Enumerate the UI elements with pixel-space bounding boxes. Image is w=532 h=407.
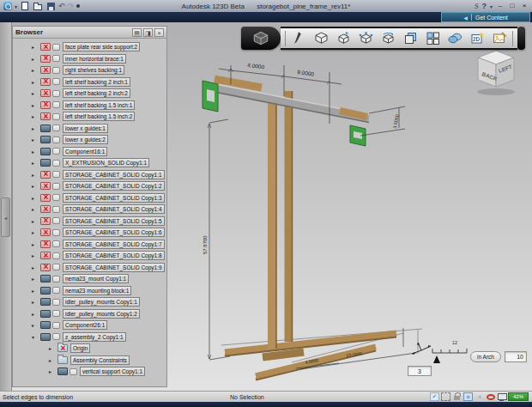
expand-arrow-icon[interactable] <box>32 79 40 85</box>
tree-item-label[interactable]: idler_pulley_mounts Copy1:1 <box>63 297 140 307</box>
tree-item[interactable]: idler_pulley_mounts Copy1:2 <box>13 308 166 320</box>
get-content-button[interactable]: ◀ Get Content <box>441 12 530 22</box>
tree-item-label[interactable]: left shelf backing 1.5 inch:2 <box>63 112 135 121</box>
tree-item-label[interactable]: Origin <box>70 343 90 353</box>
tree-item[interactable]: lower x guides:1 <box>13 123 166 135</box>
open-button[interactable] <box>33 2 43 11</box>
revolve-button[interactable] <box>378 29 397 47</box>
tree-item[interactable]: Assembly Constraints <box>13 355 166 367</box>
expand-arrow-icon[interactable] <box>32 322 40 328</box>
expand-arrow-icon[interactable] <box>49 345 57 351</box>
tree-item-label[interactable]: inner horizontal brace:1 <box>63 54 126 64</box>
dim-post-height[interactable]: 57.8700 <box>203 235 208 254</box>
close-button[interactable]: × <box>520 2 529 10</box>
tree-item-label[interactable]: STORAGE_CABINET_SOLID Copy1:9 <box>63 263 165 272</box>
display-settings-icon[interactable] <box>497 392 506 401</box>
tree-item-label[interactable]: STORAGE_CABINET_SOLID Copy1:5 <box>63 216 165 226</box>
tree-item[interactable]: face plate rear side support:2 <box>13 41 166 53</box>
browser-panel-header[interactable]: Browser ▤ ◨ × <box>13 27 166 39</box>
expand-arrow-icon[interactable] <box>32 252 40 258</box>
tree-item[interactable]: STORAGE_CABINET_SOLID Copy1:3 <box>13 192 166 204</box>
tree-item-label[interactable]: left shelf backing 1.5 inch:1 <box>63 100 135 110</box>
expand-arrow-icon[interactable] <box>32 160 40 166</box>
tree-item[interactable]: z_assembly_2 Copy1:1 <box>13 331 166 343</box>
tree-item[interactable]: inner horizontal brace:1 <box>13 53 166 65</box>
tree-item[interactable]: nema23_mount Copy1:1 <box>13 273 166 285</box>
tree-item[interactable]: vertical support Copy1:1 <box>13 366 166 378</box>
expand-arrow-icon[interactable] <box>32 183 40 189</box>
redo-button[interactable]: ↷ <box>68 2 75 10</box>
tree-item[interactable]: left shelf backing 2 inch:2 <box>13 88 166 100</box>
expand-arrow-icon[interactable] <box>32 56 40 62</box>
tree-item[interactable]: STORAGE_CABINET_SOLID Copy1:9 <box>13 262 166 274</box>
undo-button[interactable]: ↶ <box>58 2 65 10</box>
snap-toggle-icon[interactable]: ✓ <box>430 392 439 401</box>
tree-item-label[interactable]: right shelves backing:1 <box>63 65 124 75</box>
expand-arrow-icon[interactable] <box>32 195 40 201</box>
tree-item[interactable]: STORAGE_CABINET_SOLID Copy1:4 <box>13 204 166 216</box>
filter-icon[interactable]: ▤ <box>132 28 142 37</box>
sketch-mode-icon[interactable]: S <box>475 2 479 10</box>
pen-tool-button[interactable] <box>289 29 308 47</box>
tree-item-label[interactable]: lower x guides:1 <box>63 124 108 133</box>
tree-item-label[interactable]: idler_pulley_mounts Copy1:2 <box>63 309 140 319</box>
tree-item-label[interactable]: STORAGE_CABINET_SOLID Copy1:6 <box>63 228 165 237</box>
expand-arrow-icon[interactable] <box>32 241 40 247</box>
tree-item-label[interactable]: lower x guides:2 <box>63 135 108 144</box>
expand-arrow-icon[interactable] <box>49 357 57 363</box>
expand-arrow-icon[interactable] <box>32 90 40 96</box>
tree-item-label[interactable]: z_assembly_2 Copy1:1 <box>63 332 126 342</box>
tree-item-label[interactable]: STORAGE_CABINET_SOLID Copy1:3 <box>63 193 165 203</box>
view-cube[interactable]: BACK LEFT <box>470 46 522 99</box>
expand-arrow-icon[interactable] <box>32 311 40 317</box>
expand-arrow-icon[interactable] <box>32 149 40 155</box>
tree-item-label[interactable]: X_EXTRUSION_SOLID Copy1:1 <box>63 158 149 167</box>
tree-item[interactable]: STORAGE_CABINET_SOLID Copy1:7 <box>13 239 166 251</box>
expand-arrow-icon[interactable] <box>32 299 40 305</box>
close-icon[interactable]: × <box>154 28 164 37</box>
minimize-button[interactable]: – <box>496 2 505 10</box>
tree-item[interactable]: STORAGE_CABINET_SOLID Copy1:6 <box>13 227 166 239</box>
expand-arrow-icon[interactable] <box>49 368 57 374</box>
expand-arrow-icon[interactable] <box>32 264 40 270</box>
pin-icon[interactable]: ◨ <box>143 28 153 37</box>
new-document-button[interactable] <box>20 2 30 11</box>
expand-arrow-icon[interactable] <box>32 276 40 282</box>
tree-item[interactable]: Origin <box>13 343 166 355</box>
grid-size-input[interactable]: 10 <box>505 351 527 362</box>
expand-arrow-icon[interactable] <box>32 125 40 131</box>
tree-item-label[interactable]: STORAGE_CABINET_SOLID Copy1:7 <box>63 240 165 249</box>
model-3d[interactable] <box>203 79 422 380</box>
record-icon[interactable] <box>486 392 495 401</box>
scale-button[interactable] <box>356 29 375 47</box>
pattern-button[interactable] <box>401 29 420 47</box>
tree-item[interactable]: nema23 mounting block:1 <box>13 285 166 297</box>
tree-item-label[interactable]: STORAGE_CABINET_SOLID Copy1:2 <box>63 181 165 191</box>
nav-back-icon[interactable]: ◃ <box>475 392 484 401</box>
dim-top-left[interactable]: 4.0000 <box>247 62 265 70</box>
primitive-box-button[interactable] <box>311 29 330 47</box>
expand-arrow-icon[interactable] <box>32 172 40 178</box>
panel-grip-handle[interactable]: ◂ <box>1 197 10 237</box>
expand-arrow-icon[interactable] <box>32 229 40 235</box>
tree-item-label[interactable]: face plate rear side support:2 <box>63 42 140 52</box>
tree-item[interactable]: Component16:1 <box>13 146 166 158</box>
options-dot-icon[interactable] <box>76 4 80 8</box>
tree-item[interactable]: left shelf backing 2 inch:1 <box>13 76 166 88</box>
app-menu-button[interactable] <box>241 27 281 50</box>
base-cross-block[interactable] <box>263 352 304 357</box>
tree-item-label[interactable]: nema23_mount Copy1:1 <box>63 274 129 283</box>
help-icon[interactable]: ? <box>481 2 487 10</box>
save-button[interactable] <box>45 2 56 11</box>
expand-arrow-icon[interactable] <box>32 44 40 50</box>
tree-item-label[interactable]: Component16:1 <box>63 147 107 156</box>
logo-dropdown-icon[interactable]: ▾ <box>15 3 17 9</box>
tree-item-label[interactable]: left shelf backing 2 inch:2 <box>63 88 130 98</box>
decal-image-button[interactable] <box>490 29 509 47</box>
tree-item-label[interactable]: STORAGE_CABINET_SOLID Copy1:8 <box>63 251 165 260</box>
combine-button[interactable] <box>445 29 464 47</box>
expand-arrow-icon[interactable] <box>32 288 40 294</box>
app-logo-icon[interactable] <box>3 2 12 10</box>
selection-box-icon[interactable] <box>441 392 450 401</box>
grid-pattern-button[interactable] <box>423 29 442 47</box>
